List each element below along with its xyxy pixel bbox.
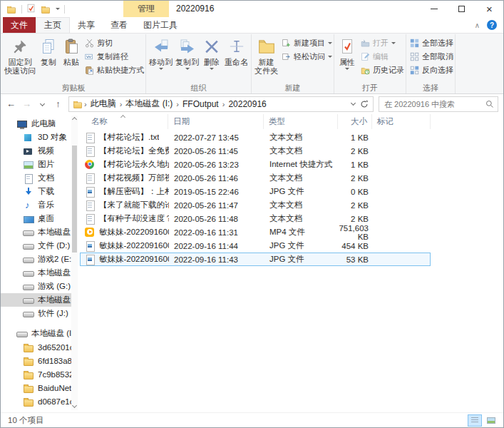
paste-shortcut-button[interactable]: 粘贴快捷方式 <box>85 65 144 76</box>
minimize-button[interactable] <box>420 1 448 17</box>
sidebar-item[interactable]: 音乐 <box>1 198 78 212</box>
forward-button[interactable]: → <box>19 98 34 109</box>
tab-home[interactable]: 主页 <box>36 17 70 33</box>
delete-button[interactable]: 删除 <box>200 34 223 83</box>
breadcrumb-ffoutput[interactable]: FFOutput <box>180 99 222 109</box>
new-folder-button[interactable]: 新建 文件夹 <box>253 34 279 83</box>
select-all-button[interactable]: 全部选择 <box>410 38 453 49</box>
window-controls: × <box>420 1 503 17</box>
group-label-open: 打开 <box>336 83 404 93</box>
file-row[interactable]: 敏妹妹-2022091600183... 2022-09-16 11:43 JP… <box>80 253 431 266</box>
chevron-down-icon <box>40 101 45 106</box>
select-none-button[interactable]: 全部取消 <box>410 51 453 62</box>
collapse-ribbon-icon[interactable]: ∧ <box>475 21 480 29</box>
sidebar-item[interactable]: 本地磁盘 (I:) <box>1 327 78 340</box>
rename-button[interactable]: 重命名 <box>223 34 250 83</box>
sidebar-item[interactable]: 游戏2 (E:) <box>1 253 78 266</box>
new-item-dropdown-icon <box>328 42 332 44</box>
sidebar-item[interactable]: 下载 <box>1 185 78 198</box>
tab-view[interactable]: 查看 <box>103 17 135 33</box>
file-row[interactable]: 敏妹妹-2022091600183... 2022-09-16 11:31 MP… <box>80 225 431 239</box>
help-icon[interactable]: ? <box>487 20 497 30</box>
file-row[interactable]: 【村花论坛】.txt 2022-07-27 13:45 文本文档 1 KB <box>80 131 431 144</box>
file-list-pane: 名称 日期 类型 大小 标记 【村花论坛】.txt 2022-07-27 13:… <box>78 113 503 412</box>
back-button[interactable]: ← <box>4 98 19 109</box>
sidebar-item[interactable]: 本地磁盘 (C <box>1 225 78 239</box>
qat-new-folder-button[interactable] <box>41 4 51 14</box>
file-row[interactable]: 敏妹妹-2022091600183... 2022-09-16 11:44 JP… <box>80 239 431 253</box>
sidebar-item[interactable]: 文件 (D:) <box>1 239 78 253</box>
minimize-icon <box>431 9 438 9</box>
open-button[interactable]: 打开 <box>361 38 404 49</box>
tab-share[interactable]: 共享 <box>70 17 103 33</box>
close-button[interactable]: × <box>475 1 503 17</box>
copy-to-icon <box>179 36 196 56</box>
refresh-icon[interactable] <box>360 100 369 108</box>
sidebar-item[interactable]: 此电脑 <box>1 117 78 131</box>
scroll-up-icon[interactable] <box>72 117 77 122</box>
invert-selection-button[interactable]: 反向选择 <box>410 65 453 76</box>
sidebar-item[interactable]: 3D 对象 <box>1 131 78 144</box>
sidebar-item[interactable]: 本地磁盘 (F: <box>1 266 78 280</box>
history-button[interactable]: 历史记录 <box>361 65 404 76</box>
file-name: 【村花视频】万部视频... <box>99 173 169 183</box>
breadcrumb-current-folder[interactable]: 20220916 <box>225 99 269 109</box>
tab-file[interactable]: 文件 <box>3 17 36 33</box>
paste-button[interactable]: 粘贴 <box>60 34 83 83</box>
thumbnails-view-button[interactable] <box>484 414 498 427</box>
breadcrumb-drive-i[interactable]: 本地磁盘 (I:) <box>123 98 175 110</box>
sidebar-item[interactable]: BaiduNetdi <box>1 381 78 394</box>
file-row[interactable]: 【解压密码】：上村花... 2019-05-15 22:46 JPG 文件 0 … <box>80 185 431 198</box>
copy-to-button[interactable]: 复制到 <box>174 34 200 83</box>
column-header-size[interactable]: 大小 <box>338 114 372 129</box>
breadcrumb-this-pc[interactable]: 此电脑 <box>88 98 119 110</box>
scroll-down-icon[interactable] <box>72 403 77 408</box>
sidebar-item-icon <box>23 396 34 407</box>
edit-button[interactable]: 编辑 <box>361 51 404 62</box>
sidebar-item[interactable]: 软件 (J:) <box>1 307 78 320</box>
copy-button[interactable]: 复制 <box>37 34 60 83</box>
maximize-button[interactable] <box>448 1 475 17</box>
context-tab-manage[interactable]: 管理 <box>123 1 169 17</box>
properties-icon <box>339 36 356 56</box>
file-row[interactable]: 【有种子却没速度？来... 2020-05-26 11:48 文本文档 2 KB <box>80 212 431 225</box>
file-row[interactable]: 【村花论坛永久地址发... 2020-05-26 13:23 Internet … <box>80 158 431 171</box>
column-header-tags[interactable]: 标记 <box>372 114 431 129</box>
easy-access-button[interactable]: 轻松访问 <box>282 51 332 62</box>
file-row[interactable]: 【村花视频】万部视频... 2020-05-26 11:46 文本文档 2 KB <box>80 171 431 185</box>
copy-path-button[interactable]: 复制路径 <box>85 51 144 62</box>
file-size: 1 KB <box>339 160 373 169</box>
sidebar-item[interactable]: d0687e1c9 <box>1 394 78 408</box>
address-box[interactable]: › 此电脑 › 本地磁盘 (I:) › FFOutput › 20220916 <box>68 96 374 112</box>
sidebar-item[interactable]: 6fd183a818 <box>1 354 78 367</box>
move-to-button[interactable]: 移动到 <box>148 34 174 83</box>
qat-customize-dropdown-icon[interactable] <box>56 8 60 10</box>
search-input[interactable] <box>383 99 485 109</box>
sidebar-item[interactable]: 图片 <box>1 158 78 171</box>
search-icon[interactable] <box>485 100 494 108</box>
file-row[interactable]: 【来了就能下载的论坛... 2020-05-26 11:47 文本文档 2 KB <box>80 198 431 212</box>
up-button[interactable]: ↑ <box>51 98 66 109</box>
tab-picture-tools[interactable]: 图片工具 <box>135 17 185 33</box>
recent-locations-dropdown[interactable] <box>35 98 50 109</box>
cut-button[interactable]: 剪切 <box>85 38 144 49</box>
column-header-type[interactable]: 类型 <box>264 114 338 129</box>
scrollbar-thumb[interactable] <box>72 146 77 253</box>
sidebar-item[interactable]: 游戏 (G:) <box>1 280 78 293</box>
sidebar-item[interactable]: 桌面 <box>1 212 78 225</box>
new-item-button[interactable]: 新建项目 <box>282 38 332 49</box>
details-view-button[interactable] <box>468 414 482 427</box>
sidebar-item[interactable]: 3d65201cf4 <box>1 340 78 354</box>
sidebar-item[interactable]: 7c9b8532a <box>1 367 78 381</box>
column-header-name[interactable]: 名称 <box>80 114 168 129</box>
column-header-date[interactable]: 日期 <box>168 114 264 129</box>
address-history-dropdown-icon[interactable] <box>351 101 356 106</box>
sidebar-scrollbar[interactable] <box>71 116 78 410</box>
qat-properties-button[interactable] <box>26 4 36 15</box>
sidebar-item[interactable]: 视频 <box>1 144 78 158</box>
sidebar-item[interactable]: 本地磁盘 (I:) <box>1 293 78 307</box>
properties-button[interactable]: 属性 <box>336 34 359 83</box>
sidebar-item[interactable]: 文档 <box>1 171 78 185</box>
pin-to-quick-access-button[interactable]: 固定到 快速访问 <box>3 34 37 83</box>
file-row[interactable]: 【村花论坛】全免费-无... 2020-05-26 11:45 文本文档 2 K… <box>80 144 431 158</box>
